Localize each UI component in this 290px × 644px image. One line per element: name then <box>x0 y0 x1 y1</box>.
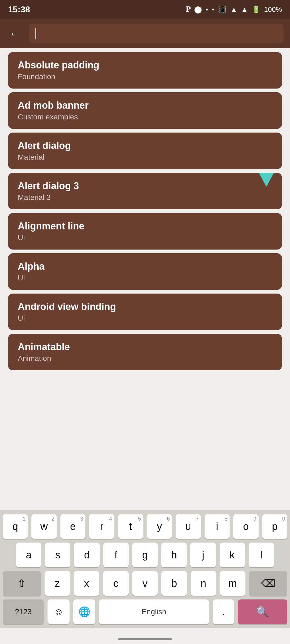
shift-key[interactable]: ⇧ <box>3 571 41 596</box>
key-j[interactable]: j <box>190 543 216 567</box>
keyboard-row-2: asdfghjkl <box>0 543 290 567</box>
keyboard: q1w2e3r4t5y6u7i8o9p0 asdfghjkl ⇧zxcvbnm⌫… <box>0 510 290 628</box>
key-l[interactable]: l <box>249 543 274 567</box>
key-x[interactable]: x <box>74 571 99 596</box>
list-item-alert-dialog[interactable]: Alert dialogMaterial <box>8 133 282 169</box>
list-item-alpha[interactable]: AlphaUi <box>8 253 282 290</box>
list-item-absolute-padding[interactable]: Absolute paddingFoundation <box>8 52 282 89</box>
list-item-ad-mob-banner[interactable]: Ad mob bannerCustom examples <box>8 92 282 129</box>
key-num-1: 1 <box>23 516 26 522</box>
keyboard-row-1: q1w2e3r4t5y6u7i8o9p0 <box>0 514 290 539</box>
battery-text: 100% <box>264 5 282 14</box>
symbols-key[interactable]: ?123 <box>3 599 44 624</box>
list-item-title: Android view binding <box>18 301 272 312</box>
key-a[interactable]: a <box>16 543 41 567</box>
backspace-key[interactable]: ⌫ <box>249 571 287 596</box>
list-item-animatable[interactable]: AnimatableAnimation <box>8 334 282 370</box>
space-key[interactable]: English <box>99 599 209 624</box>
list-item-title: Alert dialog <box>18 140 272 151</box>
key-c[interactable]: c <box>103 571 129 596</box>
list-area: Absolute paddingFoundationAd mob bannerC… <box>0 48 290 374</box>
list-item-title: Ad mob banner <box>18 100 272 111</box>
key-num-2: 2 <box>52 516 55 522</box>
battery-icon: 🔋 <box>252 5 260 14</box>
key-num-9: 9 <box>253 516 256 522</box>
key-num-6: 6 <box>167 516 170 522</box>
key-f[interactable]: f <box>103 543 129 567</box>
list-item-subtitle: Foundation <box>18 72 272 81</box>
key-b[interactable]: b <box>161 571 187 596</box>
back-arrow-icon: ← <box>9 27 21 40</box>
key-o[interactable]: o9 <box>233 514 258 539</box>
status-time: 15:38 <box>8 5 30 14</box>
bookmark-icon <box>259 173 274 187</box>
key-y[interactable]: y6 <box>147 514 172 539</box>
key-m[interactable]: m <box>220 571 245 596</box>
key-num-4: 4 <box>109 516 112 522</box>
list-item-title: Absolute padding <box>18 60 272 71</box>
list-item-subtitle: Animation <box>18 354 272 363</box>
list-item-subtitle: Ui <box>18 314 272 323</box>
keyboard-row-4: ?123☺🌐English.🔍 <box>0 599 290 624</box>
key-num-0: 0 <box>282 516 285 522</box>
list-item-subtitle: Custom examples <box>18 113 272 121</box>
home-indicator <box>118 638 172 640</box>
emoji-key[interactable]: ☺ <box>48 599 70 624</box>
status-icons: 𝐏 ⬤ • • 📳 ▲ ▲ 🔋 100% <box>186 5 282 14</box>
key-v[interactable]: v <box>132 571 158 596</box>
key-num-3: 3 <box>80 516 83 522</box>
text-cursor <box>35 28 36 39</box>
dot-icon: • <box>206 5 208 14</box>
list-item-alignment-line[interactable]: Alignment lineUi <box>8 213 282 250</box>
dot2-icon: • <box>212 5 214 14</box>
list-item-alert-dialog-3[interactable]: Alert dialog 3Material 3 <box>8 173 282 209</box>
key-w[interactable]: w2 <box>31 514 56 539</box>
circle-icon: ⬤ <box>194 5 202 14</box>
list-item-subtitle: Ui <box>18 274 272 282</box>
key-t[interactable]: t5 <box>118 514 143 539</box>
key-i[interactable]: i8 <box>205 514 230 539</box>
vibrate-icon: 📳 <box>218 5 227 14</box>
key-u[interactable]: u7 <box>176 514 201 539</box>
key-d[interactable]: d <box>74 543 99 567</box>
key-s[interactable]: s <box>45 543 70 567</box>
list-item-title: Alpha <box>18 261 272 272</box>
search-header: ← <box>0 19 290 48</box>
key-num-5: 5 <box>138 516 141 522</box>
key-q[interactable]: q1 <box>3 514 28 539</box>
key-r[interactable]: r4 <box>89 514 114 539</box>
search-input-box[interactable] <box>29 24 284 43</box>
search-key[interactable]: 🔍 <box>238 599 287 624</box>
keyboard-row-3: ⇧zxcvbnm⌫ <box>0 571 290 596</box>
list-item-title: Alignment line <box>18 221 272 232</box>
key-n[interactable]: n <box>191 571 216 596</box>
wifi-icon: ▲ <box>230 5 237 14</box>
key-p[interactable]: p0 <box>262 514 287 539</box>
key-h[interactable]: h <box>161 543 187 567</box>
back-button[interactable]: ← <box>6 27 24 40</box>
list-item-subtitle: Material <box>18 153 272 162</box>
key-e[interactable]: e3 <box>60 514 85 539</box>
list-item-title: Animatable <box>18 341 272 353</box>
period-key[interactable]: . <box>213 599 234 624</box>
key-z[interactable]: z <box>45 571 70 596</box>
key-g[interactable]: g <box>132 543 158 567</box>
key-num-7: 7 <box>196 516 199 522</box>
key-k[interactable]: k <box>220 543 245 567</box>
list-item-title: Alert dialog 3 <box>18 180 272 192</box>
key-num-8: 8 <box>224 516 227 522</box>
list-item-subtitle: Ui <box>18 233 272 242</box>
p-icon: 𝐏 <box>186 5 190 14</box>
globe-key[interactable]: 🌐 <box>73 599 95 624</box>
list-item-subtitle: Material 3 <box>18 193 272 202</box>
status-bar: 15:38 𝐏 ⬤ • • 📳 ▲ ▲ 🔋 100% <box>0 0 290 19</box>
signal-icon: ▲ <box>241 5 248 14</box>
list-item-android-view-binding[interactable]: Android view bindingUi <box>8 294 282 330</box>
